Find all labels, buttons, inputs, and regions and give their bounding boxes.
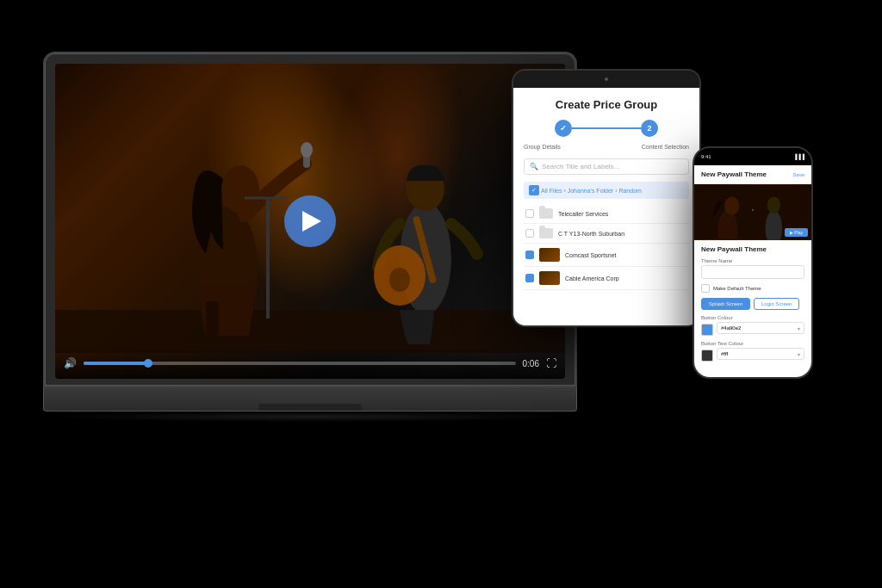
laptop-device: 🔊 0:06 ⛶ bbox=[43, 52, 577, 422]
laptop-screen-inner: 🔊 0:06 ⛶ bbox=[55, 64, 565, 379]
step-1-circle: ✓ bbox=[555, 120, 572, 137]
svg-point-18 bbox=[752, 209, 754, 211]
phone-form: New Paywall Theme Theme Name Make Defaul… bbox=[694, 240, 811, 372]
play-icon bbox=[302, 211, 321, 232]
svg-point-11 bbox=[389, 268, 410, 292]
file-checkbox-2[interactable] bbox=[525, 229, 534, 238]
svg-point-4 bbox=[301, 142, 313, 158]
splash-screen-tab[interactable]: Splash Screen bbox=[701, 298, 750, 310]
button-colour-label: Button Colour bbox=[701, 315, 804, 320]
step-2-circle: 2 bbox=[641, 120, 658, 137]
svg-rect-6 bbox=[266, 198, 270, 319]
svg-point-15 bbox=[724, 197, 739, 215]
main-scene: 🔊 0:06 ⛶ Create Price Group bbox=[0, 0, 882, 588]
concert-scene: 🔊 0:06 ⛶ bbox=[55, 64, 565, 379]
progress-fill bbox=[84, 362, 148, 365]
text-colour-select-value: #fff bbox=[721, 351, 728, 356]
chevron-down-icon: ▾ bbox=[798, 351, 800, 357]
phone-save-button[interactable]: Save bbox=[792, 172, 804, 177]
tablet-content: Create Price Group ✓ 2 Group Details Con… bbox=[513, 88, 699, 325]
table-row: C T Y13-North Suburban bbox=[524, 224, 689, 244]
phone-video-thumbnail: ▶ Play bbox=[694, 184, 811, 240]
breadcrumb-check: ✓ bbox=[529, 185, 539, 195]
phone-device: 9:41 ▐▐▐ New Paywall Theme Save bbox=[693, 146, 813, 379]
step-2-label: Content Selection bbox=[642, 144, 689, 150]
default-checkbox-label: Make Default Theme bbox=[713, 286, 761, 291]
search-placeholder: Search Title and Labels... bbox=[542, 163, 619, 170]
volume-icon[interactable]: 🔊 bbox=[64, 357, 77, 369]
phone-notch bbox=[736, 148, 770, 158]
chevron-down-icon: ▾ bbox=[798, 325, 800, 331]
breadcrumb-text: All Files › Johanna's Folder › Random bbox=[541, 188, 642, 194]
button-colour-swatch: #4a90e2 ▾ bbox=[701, 322, 804, 337]
laptop-screen-outer: 🔊 0:06 ⛶ bbox=[43, 52, 577, 387]
login-screen-tab[interactable]: Login Screen bbox=[754, 298, 799, 310]
tablet-title: Create Price Group bbox=[524, 98, 689, 111]
button-colour-box[interactable] bbox=[701, 324, 713, 336]
phone-time: 9:41 bbox=[701, 154, 711, 159]
phone-play-button[interactable]: ▶ Play bbox=[785, 228, 808, 237]
button-colour-select[interactable]: #4a90e2 ▾ bbox=[717, 322, 804, 334]
svg-rect-0 bbox=[55, 310, 565, 353]
laptop-base bbox=[43, 387, 577, 412]
phone-section-title: New Paywall Theme bbox=[701, 245, 804, 253]
phone-content: New Paywall Theme Save ▶ Play bbox=[694, 165, 811, 377]
file-checkbox-1[interactable] bbox=[525, 209, 534, 218]
progress-dot bbox=[144, 359, 152, 368]
default-theme-checkbox[interactable] bbox=[701, 284, 710, 293]
progress-bar[interactable] bbox=[84, 362, 516, 365]
step-labels: Group Details Content Selection bbox=[524, 144, 689, 150]
colour-select-value: #4a90e2 bbox=[721, 325, 741, 331]
file-name-1: Telecaller Services bbox=[558, 211, 687, 217]
file-name-4: Cable America Corp bbox=[565, 275, 687, 282]
file-checkbox-3[interactable] bbox=[525, 251, 534, 259]
tablet-device: Create Price Group ✓ 2 Group Details Con… bbox=[512, 69, 701, 327]
table-row: Cable America Corp bbox=[524, 267, 689, 290]
file-name-3: Comcast Sportsnet bbox=[565, 252, 687, 258]
fullscreen-icon[interactable]: ⛶ bbox=[546, 357, 556, 369]
tablet-camera bbox=[605, 77, 608, 81]
phone-notch-bar: 9:41 ▐▐▐ bbox=[694, 148, 811, 165]
video-time: 0:06 bbox=[523, 359, 539, 368]
laptop-shadow bbox=[43, 412, 577, 422]
tablet-top-bar bbox=[513, 71, 699, 88]
tablet-breadcrumb: ✓ All Files › Johanna's Folder › Random bbox=[524, 182, 689, 199]
file-checkbox-4[interactable] bbox=[525, 274, 534, 282]
button-text-colour-swatch: #fff ▾ bbox=[701, 348, 804, 363]
theme-name-label: Theme Name bbox=[701, 258, 804, 263]
step-indicator: ✓ 2 bbox=[524, 120, 689, 137]
step-line bbox=[572, 127, 641, 129]
folder-icon bbox=[539, 208, 553, 219]
svg-point-17 bbox=[767, 197, 781, 214]
file-name-2: C T Y13-North Suburban bbox=[558, 231, 687, 237]
screen-tab-row: Splash Screen Login Screen bbox=[701, 298, 804, 310]
button-text-colour-label: Button Text Colour bbox=[701, 341, 804, 346]
table-row: Telecaller Services bbox=[524, 204, 689, 224]
step-1-label: Group Details bbox=[524, 144, 561, 150]
video-thumbnail-3 bbox=[539, 248, 560, 262]
laptop-notch bbox=[258, 404, 362, 411]
phone-battery: ▐▐▐ bbox=[793, 154, 804, 159]
play-button[interactable] bbox=[284, 195, 336, 247]
phone-header-title: New Paywall Theme bbox=[701, 170, 767, 178]
tablet-search[interactable]: 🔍 Search Title and Labels... bbox=[524, 158, 689, 175]
video-thumbnail-4 bbox=[539, 271, 560, 285]
video-controls: 🔊 0:06 ⛶ bbox=[55, 348, 565, 379]
button-text-colour-box[interactable] bbox=[701, 350, 713, 362]
svg-rect-5 bbox=[206, 301, 219, 336]
theme-name-input[interactable] bbox=[701, 265, 804, 279]
phone-header: New Paywall Theme Save bbox=[694, 165, 811, 184]
table-row: Comcast Sportsnet bbox=[524, 244, 689, 267]
default-checkbox-row: Make Default Theme bbox=[701, 284, 804, 293]
button-text-colour-select[interactable]: #fff ▾ bbox=[717, 348, 804, 360]
search-icon: 🔍 bbox=[530, 163, 538, 170]
folder-icon bbox=[539, 228, 553, 238]
